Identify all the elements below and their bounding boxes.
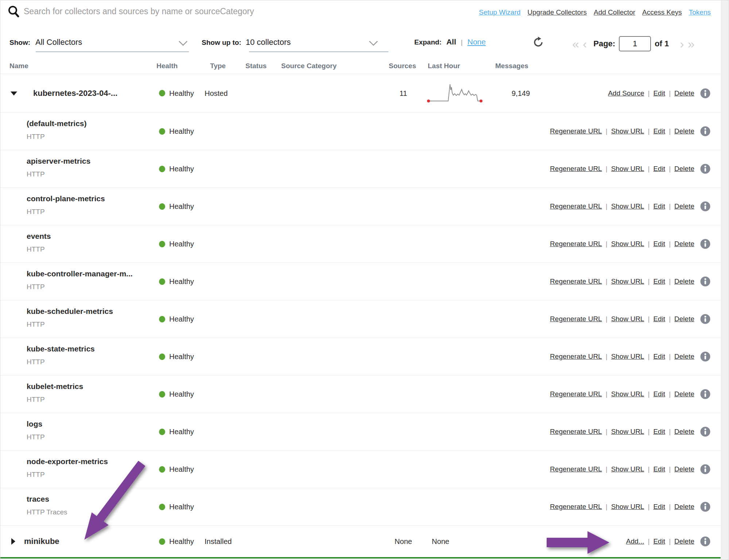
info-icon[interactable] (700, 201, 710, 211)
info-icon[interactable] (700, 314, 710, 324)
regenerate-url-link[interactable]: Regenerate URL (550, 465, 602, 473)
source-name[interactable]: traces (27, 495, 67, 503)
edit-link[interactable]: Edit (653, 390, 665, 398)
show-url-link[interactable]: Show URL (611, 127, 644, 135)
edit-link[interactable]: Edit (653, 465, 665, 473)
delete-link[interactable]: Delete (674, 89, 694, 97)
show-url-link[interactable]: Show URL (611, 390, 644, 398)
show-url-link[interactable]: Show URL (611, 165, 644, 173)
edit-link[interactable]: Edit (653, 537, 665, 545)
regenerate-url-link[interactable]: Regenerate URL (550, 165, 602, 173)
expand-none-button[interactable]: None (468, 38, 486, 46)
refresh-icon[interactable] (533, 37, 544, 48)
show-url-link[interactable]: Show URL (611, 202, 644, 210)
source-name[interactable]: events (27, 232, 51, 241)
regenerate-url-link[interactable]: Regenerate URL (550, 240, 602, 248)
source-name[interactable]: (default-metrics) (27, 119, 87, 128)
edit-link[interactable]: Edit (653, 503, 665, 511)
regenerate-url-link[interactable]: Regenerate URL (550, 503, 602, 511)
first-page-icon[interactable]: « (572, 38, 579, 49)
vertical-scrollbar[interactable] (721, 0, 729, 560)
show-collectors-dropdown[interactable]: Show: All Collectors (9, 38, 82, 47)
delete-link[interactable]: Delete (674, 465, 694, 473)
source-name[interactable]: kubelet-metrics (27, 382, 83, 391)
tokens-link[interactable]: Tokens (689, 8, 711, 16)
expand-triangle-icon[interactable] (11, 538, 15, 545)
edit-link[interactable]: Edit (653, 165, 665, 173)
source-name[interactable]: apiserver-metrics (27, 157, 90, 166)
info-icon[interactable] (700, 88, 710, 98)
info-icon[interactable] (700, 126, 710, 136)
show-url-link[interactable]: Show URL (611, 277, 644, 285)
edit-link[interactable]: Edit (653, 315, 665, 323)
info-icon[interactable] (700, 502, 710, 512)
show-url-link[interactable]: Show URL (611, 240, 644, 248)
regenerate-url-link[interactable]: Regenerate URL (550, 202, 602, 210)
delete-link[interactable]: Delete (674, 240, 694, 248)
chevron-down-icon[interactable] (178, 40, 188, 46)
source-name[interactable]: node-exporter-metrics (27, 457, 108, 466)
edit-link[interactable]: Edit (653, 353, 665, 361)
info-icon[interactable] (700, 239, 710, 249)
edit-link[interactable]: Edit (653, 277, 665, 285)
edit-link[interactable]: Edit (653, 428, 665, 436)
show-value[interactable]: All Collectors (35, 38, 82, 47)
setup-wizard-link[interactable]: Setup Wizard (479, 8, 520, 16)
upgrade-collectors-link[interactable]: Upgrade Collectors (527, 8, 587, 16)
delete-link[interactable]: Delete (674, 165, 694, 173)
regenerate-url-link[interactable]: Regenerate URL (550, 390, 602, 398)
page-number-input[interactable] (619, 36, 651, 51)
info-icon[interactable] (700, 164, 710, 174)
last-page-icon[interactable]: » (688, 38, 695, 49)
source-name[interactable]: logs (27, 420, 45, 428)
regenerate-url-link[interactable]: Regenerate URL (550, 277, 602, 285)
add-collector-link[interactable]: Add Collector (594, 8, 635, 16)
delete-link[interactable]: Delete (674, 202, 694, 210)
info-icon[interactable] (700, 389, 710, 399)
add-source-link[interactable]: Add Source (608, 89, 644, 97)
info-icon[interactable] (700, 351, 710, 362)
show-url-link[interactable]: Show URL (611, 503, 644, 511)
edit-link[interactable]: Edit (653, 89, 665, 97)
access-keys-link[interactable]: Access Keys (642, 8, 682, 16)
source-name[interactable]: control-plane-metrics (27, 194, 105, 203)
edit-link[interactable]: Edit (653, 240, 665, 248)
show-url-link[interactable]: Show URL (611, 353, 644, 361)
delete-link[interactable]: Delete (674, 390, 694, 398)
delete-link[interactable]: Delete (674, 537, 694, 545)
regenerate-url-link[interactable]: Regenerate URL (550, 315, 602, 323)
upto-value[interactable]: 10 collectors (246, 38, 291, 47)
source-type: HTTP (27, 396, 83, 404)
prev-page-icon[interactable]: ‹ (583, 38, 587, 49)
info-icon[interactable] (700, 464, 710, 474)
edit-link[interactable]: Edit (653, 202, 665, 210)
expand-all-button[interactable]: All (446, 38, 456, 46)
delete-link[interactable]: Delete (674, 315, 694, 323)
collector-name[interactable]: minikube (24, 537, 59, 546)
regenerate-url-link[interactable]: Regenerate URL (550, 428, 602, 436)
source-name[interactable]: kube-state-metrics (27, 345, 95, 353)
collapse-triangle-icon[interactable] (11, 92, 17, 96)
delete-link[interactable]: Delete (674, 353, 694, 361)
delete-link[interactable]: Delete (674, 428, 694, 436)
delete-link[interactable]: Delete (674, 503, 694, 511)
source-name[interactable]: kube-scheduler-metrics (27, 307, 113, 316)
regenerate-url-link[interactable]: Regenerate URL (550, 127, 602, 135)
show-url-link[interactable]: Show URL (611, 465, 644, 473)
regenerate-url-link[interactable]: Regenerate URL (550, 353, 602, 361)
info-icon[interactable] (700, 276, 710, 287)
add-link[interactable]: Add... (626, 537, 644, 545)
show-upto-dropdown[interactable]: Show up to: 10 collectors (202, 38, 291, 47)
source-name[interactable]: kube-controller-manager-m... (27, 269, 133, 278)
next-page-icon[interactable]: › (680, 38, 684, 49)
info-icon[interactable] (700, 536, 710, 547)
show-url-link[interactable]: Show URL (611, 315, 644, 323)
collector-name[interactable]: kubernetes-2023-04-... (33, 89, 117, 98)
search-input[interactable] (24, 4, 352, 19)
delete-link[interactable]: Delete (674, 277, 694, 285)
delete-link[interactable]: Delete (674, 127, 694, 135)
info-icon[interactable] (700, 427, 710, 437)
chevron-down-icon[interactable] (369, 40, 378, 46)
show-url-link[interactable]: Show URL (611, 428, 644, 436)
edit-link[interactable]: Edit (653, 127, 665, 135)
